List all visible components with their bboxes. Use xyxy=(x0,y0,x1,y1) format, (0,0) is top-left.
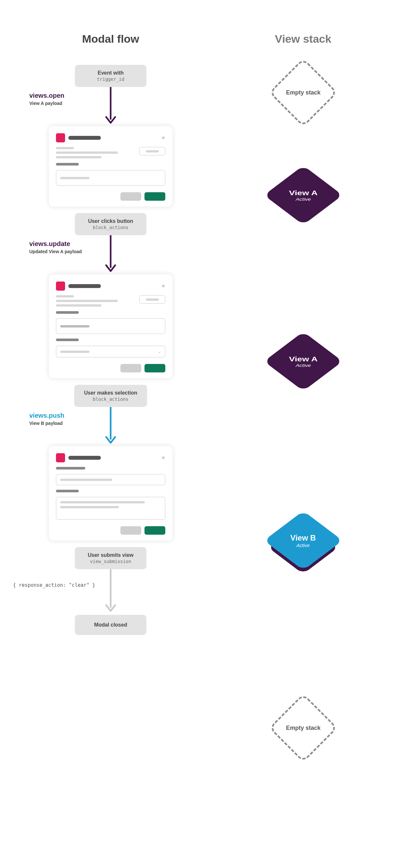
close-icon[interactable]: ✕ xyxy=(162,135,165,141)
app-icon xyxy=(56,133,65,143)
diamond-state: Active xyxy=(290,542,316,548)
event-submit-chip: User submits view view_submission xyxy=(75,547,146,569)
text-input[interactable] xyxy=(56,318,165,334)
event-click-chip: User clicks button block_actions xyxy=(75,213,146,235)
submit-button[interactable] xyxy=(144,526,165,535)
diamond-state: Active xyxy=(296,363,311,368)
arrow-down-icon xyxy=(104,569,117,615)
modal-view-a-initial: ✕ xyxy=(49,126,172,207)
stack-diamond-view-a-updated: View A Active xyxy=(279,337,328,386)
modal-flow-title: Modal flow xyxy=(82,33,139,45)
chip-code: block_actions xyxy=(84,225,137,230)
arrow-down-icon xyxy=(104,407,117,446)
view-stack-title: View stack xyxy=(275,33,331,45)
diamond-title: View B xyxy=(290,533,316,542)
stack-diamond-empty-final: Empty stack xyxy=(279,704,328,752)
stack-diamond-empty: Empty stack xyxy=(279,68,328,117)
modal-view-b: ✕ xyxy=(49,446,172,540)
chevron-down-icon: ⌄ xyxy=(158,349,161,354)
submit-button[interactable] xyxy=(144,192,165,201)
event-trigger-chip: Event with trigger_id xyxy=(75,65,146,87)
arrow-views-push: views.push View B payload xyxy=(104,407,117,446)
cancel-button[interactable] xyxy=(121,192,141,201)
arrow-response-clear: { response_action: "clear" } xyxy=(104,569,117,615)
text-input[interactable] xyxy=(56,474,165,485)
text-input[interactable] xyxy=(56,170,165,186)
diamond-title: View A xyxy=(289,189,317,197)
api-method-label: views.update xyxy=(29,240,98,248)
chip-label: User clicks button xyxy=(84,218,137,224)
modal-closed-chip: Modal closed xyxy=(75,615,146,635)
textarea-input[interactable] xyxy=(56,497,165,520)
api-payload-label: Updated View A payload xyxy=(29,249,98,254)
chip-label: Modal closed xyxy=(91,622,130,628)
stack-diamond-view-b-on-a: View B Active xyxy=(268,508,339,573)
chip-code: trigger_id xyxy=(84,76,137,82)
stack-diamond-view-a: View A Active xyxy=(279,171,328,220)
arrow-views-open: views.open View A payload xyxy=(104,87,117,126)
chip-label: User submits view xyxy=(84,552,137,558)
api-payload-label: View B payload xyxy=(29,421,98,426)
chip-code: block_actions xyxy=(84,397,137,402)
select-input[interactable]: ⌄ xyxy=(56,346,165,358)
diamond-state: Active xyxy=(296,197,311,202)
api-payload-label: View A payload xyxy=(29,101,98,106)
diamond-label: Empty stack xyxy=(286,725,320,732)
api-method-label: views.open xyxy=(29,92,98,99)
arrow-views-update: views.update Updated View A payload xyxy=(104,235,117,274)
app-icon xyxy=(56,453,65,462)
close-icon[interactable]: ✕ xyxy=(162,283,165,289)
modal-title-placeholder xyxy=(68,284,101,288)
cancel-button[interactable] xyxy=(121,364,141,372)
modal-view-a-updated: ✕ ⌄ xyxy=(49,274,172,378)
diamond-title: View A xyxy=(289,355,317,363)
modal-flow-column: Modal flow Event with trigger_id views.o… xyxy=(26,33,195,752)
view-stack-column: View stack Empty stack View A Active xyxy=(215,33,391,752)
event-select-chip: User makes selection block_actions xyxy=(74,385,147,407)
diamond-label: Empty stack xyxy=(286,89,320,96)
inline-button[interactable] xyxy=(139,147,165,155)
response-action-code: { response_action: "clear" } xyxy=(13,582,95,588)
chip-code: view_submission xyxy=(84,559,137,564)
arrow-down-icon xyxy=(104,235,117,274)
arrow-down-icon xyxy=(104,87,117,126)
submit-button[interactable] xyxy=(144,364,165,372)
api-method-label: views.push xyxy=(29,412,98,419)
app-icon xyxy=(56,281,65,291)
chip-label: Event with xyxy=(84,70,137,76)
modal-title-placeholder xyxy=(68,136,101,140)
close-icon[interactable]: ✕ xyxy=(162,455,165,460)
modal-title-placeholder xyxy=(68,456,101,460)
cancel-button[interactable] xyxy=(121,526,141,535)
chip-label: User makes selection xyxy=(84,390,137,396)
inline-button[interactable] xyxy=(139,295,165,304)
